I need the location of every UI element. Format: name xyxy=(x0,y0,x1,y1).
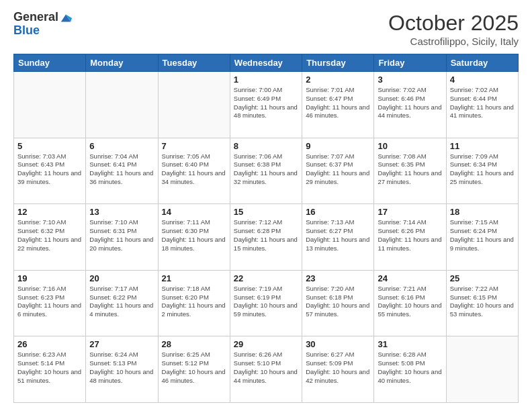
day-info: Sunrise: 7:19 AM Sunset: 6:19 PM Dayligh… xyxy=(234,285,298,319)
calendar-cell: 9Sunrise: 7:07 AM Sunset: 6:37 PM Daylig… xyxy=(302,138,374,204)
day-number: 15 xyxy=(234,207,298,217)
logo-icon xyxy=(60,12,72,24)
day-number: 2 xyxy=(306,75,370,85)
calendar-week-row: 5Sunrise: 7:03 AM Sunset: 6:43 PM Daylig… xyxy=(14,138,519,204)
calendar-cell: 14Sunrise: 7:11 AM Sunset: 6:30 PM Dayli… xyxy=(158,204,230,271)
day-number: 24 xyxy=(378,273,442,283)
calendar-cell: 1Sunrise: 7:00 AM Sunset: 6:49 PM Daylig… xyxy=(230,72,302,138)
calendar-cell: 8Sunrise: 7:06 AM Sunset: 6:38 PM Daylig… xyxy=(230,138,302,204)
calendar-cell: 21Sunrise: 7:18 AM Sunset: 6:20 PM Dayli… xyxy=(158,270,230,336)
day-number: 23 xyxy=(306,273,370,283)
day-number: 17 xyxy=(378,207,442,217)
day-number: 13 xyxy=(89,207,154,217)
day-number: 4 xyxy=(450,75,515,85)
day-number: 30 xyxy=(306,339,370,349)
day-info: Sunrise: 6:24 AM Sunset: 5:13 PM Dayligh… xyxy=(89,351,154,385)
day-number: 28 xyxy=(162,339,226,349)
month-title: October 2025 xyxy=(388,11,519,36)
day-info: Sunrise: 7:17 AM Sunset: 6:22 PM Dayligh… xyxy=(89,285,154,319)
day-number: 7 xyxy=(162,141,226,151)
calendar-cell: 6Sunrise: 7:04 AM Sunset: 6:41 PM Daylig… xyxy=(86,138,158,204)
day-number: 11 xyxy=(450,141,515,151)
day-number: 9 xyxy=(306,141,370,151)
day-info: Sunrise: 7:09 AM Sunset: 6:34 PM Dayligh… xyxy=(450,152,515,187)
day-number: 12 xyxy=(17,207,82,217)
day-number: 31 xyxy=(378,339,442,349)
calendar-cell xyxy=(86,72,158,138)
calendar-week-row: 19Sunrise: 7:16 AM Sunset: 6:23 PM Dayli… xyxy=(14,270,519,336)
calendar-cell: 16Sunrise: 7:13 AM Sunset: 6:27 PM Dayli… xyxy=(302,204,374,271)
logo-blue: Blue xyxy=(13,24,72,38)
day-number: 22 xyxy=(234,273,298,283)
calendar-cell: 17Sunrise: 7:14 AM Sunset: 6:26 PM Dayli… xyxy=(374,204,446,271)
day-info: Sunrise: 7:06 AM Sunset: 6:38 PM Dayligh… xyxy=(234,152,298,187)
day-info: Sunrise: 6:28 AM Sunset: 5:08 PM Dayligh… xyxy=(378,351,442,385)
calendar-header-row: SundayMondayTuesdayWednesdayThursdayFrid… xyxy=(14,54,519,72)
day-number: 25 xyxy=(450,273,515,283)
day-number: 16 xyxy=(306,207,370,217)
day-info: Sunrise: 7:20 AM Sunset: 6:18 PM Dayligh… xyxy=(306,285,370,319)
day-info: Sunrise: 6:23 AM Sunset: 5:14 PM Dayligh… xyxy=(17,351,82,385)
day-number: 29 xyxy=(234,339,298,349)
calendar-cell: 15Sunrise: 7:12 AM Sunset: 6:28 PM Dayli… xyxy=(230,204,302,271)
calendar-cell: 22Sunrise: 7:19 AM Sunset: 6:19 PM Dayli… xyxy=(230,270,302,336)
calendar-cell: 2Sunrise: 7:01 AM Sunset: 6:47 PM Daylig… xyxy=(302,72,374,138)
calendar-cell xyxy=(446,336,518,403)
calendar-cell: 28Sunrise: 6:25 AM Sunset: 5:12 PM Dayli… xyxy=(158,336,230,403)
calendar-header-saturday: Saturday xyxy=(446,54,518,72)
day-number: 5 xyxy=(17,141,82,151)
logo: General Blue xyxy=(13,11,72,38)
day-info: Sunrise: 7:02 AM Sunset: 6:44 PM Dayligh… xyxy=(450,86,515,120)
day-info: Sunrise: 7:11 AM Sunset: 6:30 PM Dayligh… xyxy=(162,218,226,253)
calendar-cell: 26Sunrise: 6:23 AM Sunset: 5:14 PM Dayli… xyxy=(14,336,86,403)
day-number: 26 xyxy=(17,339,82,349)
day-number: 18 xyxy=(450,207,515,217)
calendar-cell: 29Sunrise: 6:26 AM Sunset: 5:10 PM Dayli… xyxy=(230,336,302,403)
day-info: Sunrise: 7:12 AM Sunset: 6:28 PM Dayligh… xyxy=(234,218,298,253)
calendar-week-row: 12Sunrise: 7:10 AM Sunset: 6:32 PM Dayli… xyxy=(14,204,519,271)
calendar-cell: 23Sunrise: 7:20 AM Sunset: 6:18 PM Dayli… xyxy=(302,270,374,336)
day-info: Sunrise: 7:00 AM Sunset: 6:49 PM Dayligh… xyxy=(234,86,298,120)
calendar-cell: 7Sunrise: 7:05 AM Sunset: 6:40 PM Daylig… xyxy=(158,138,230,204)
calendar-header-sunday: Sunday xyxy=(14,54,86,72)
day-info: Sunrise: 7:18 AM Sunset: 6:20 PM Dayligh… xyxy=(162,285,226,319)
day-info: Sunrise: 7:21 AM Sunset: 6:16 PM Dayligh… xyxy=(378,285,442,319)
day-number: 1 xyxy=(234,75,298,85)
day-info: Sunrise: 6:27 AM Sunset: 5:09 PM Dayligh… xyxy=(306,351,370,385)
day-number: 19 xyxy=(17,273,82,283)
day-info: Sunrise: 7:07 AM Sunset: 6:37 PM Dayligh… xyxy=(306,152,370,187)
day-info: Sunrise: 7:08 AM Sunset: 6:35 PM Dayligh… xyxy=(378,152,442,187)
day-info: Sunrise: 7:16 AM Sunset: 6:23 PM Dayligh… xyxy=(17,285,82,319)
day-number: 6 xyxy=(89,141,154,151)
day-info: Sunrise: 7:10 AM Sunset: 6:31 PM Dayligh… xyxy=(89,218,154,253)
calendar-cell: 3Sunrise: 7:02 AM Sunset: 6:46 PM Daylig… xyxy=(374,72,446,138)
day-number: 21 xyxy=(162,273,226,283)
calendar-cell: 18Sunrise: 7:15 AM Sunset: 6:24 PM Dayli… xyxy=(446,204,518,271)
day-info: Sunrise: 7:10 AM Sunset: 6:32 PM Dayligh… xyxy=(17,218,82,253)
day-number: 8 xyxy=(234,141,298,151)
day-info: Sunrise: 7:22 AM Sunset: 6:15 PM Dayligh… xyxy=(450,285,515,319)
calendar-header-monday: Monday xyxy=(86,54,158,72)
day-number: 14 xyxy=(162,207,226,217)
day-info: Sunrise: 7:01 AM Sunset: 6:47 PM Dayligh… xyxy=(306,86,370,120)
calendar-week-row: 1Sunrise: 7:00 AM Sunset: 6:49 PM Daylig… xyxy=(14,72,519,138)
calendar-header-thursday: Thursday xyxy=(302,54,374,72)
calendar-cell: 24Sunrise: 7:21 AM Sunset: 6:16 PM Dayli… xyxy=(374,270,446,336)
calendar-cell: 11Sunrise: 7:09 AM Sunset: 6:34 PM Dayli… xyxy=(446,138,518,204)
calendar-cell: 20Sunrise: 7:17 AM Sunset: 6:22 PM Dayli… xyxy=(86,270,158,336)
day-number: 10 xyxy=(378,141,442,151)
day-number: 3 xyxy=(378,75,442,85)
calendar-cell: 5Sunrise: 7:03 AM Sunset: 6:43 PM Daylig… xyxy=(14,138,86,204)
day-info: Sunrise: 6:26 AM Sunset: 5:10 PM Dayligh… xyxy=(234,351,298,385)
calendar-header-wednesday: Wednesday xyxy=(230,54,302,72)
day-info: Sunrise: 6:25 AM Sunset: 5:12 PM Dayligh… xyxy=(162,351,226,385)
day-info: Sunrise: 7:04 AM Sunset: 6:41 PM Dayligh… xyxy=(89,152,154,187)
day-info: Sunrise: 7:14 AM Sunset: 6:26 PM Dayligh… xyxy=(378,218,442,253)
calendar-cell xyxy=(14,72,86,138)
day-info: Sunrise: 7:03 AM Sunset: 6:43 PM Dayligh… xyxy=(17,152,82,187)
day-info: Sunrise: 7:05 AM Sunset: 6:40 PM Dayligh… xyxy=(162,152,226,187)
calendar-cell: 12Sunrise: 7:10 AM Sunset: 6:32 PM Dayli… xyxy=(14,204,86,271)
calendar-body: 1Sunrise: 7:00 AM Sunset: 6:49 PM Daylig… xyxy=(14,72,519,403)
title-area: October 2025 Castrofilippo, Sicily, Ital… xyxy=(388,11,519,47)
day-number: 27 xyxy=(89,339,154,349)
